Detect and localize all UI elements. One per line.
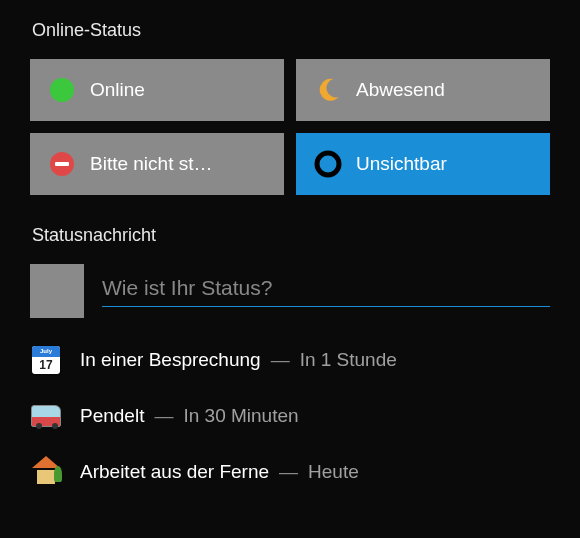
suggestion-duration: In 1 Stunde [300, 349, 397, 371]
emoji-picker-button[interactable] [30, 264, 84, 318]
dash-icon: — [271, 349, 290, 371]
status-option-label: Bitte nicht st… [90, 153, 213, 175]
status-input-row [30, 264, 550, 318]
online-status-section: Online-Status Online Abwesend Bitte nich… [30, 20, 550, 195]
status-options-grid: Online Abwesend Bitte nicht st… Unsichtb… [30, 59, 550, 195]
bus-icon [30, 400, 62, 432]
dash-icon: — [279, 461, 298, 483]
suggestion-text: Arbeitet aus der Ferne — Heute [80, 461, 359, 483]
svg-point-3 [317, 153, 339, 175]
circle-outline-icon [314, 150, 342, 178]
status-message-title: Statusnachricht [32, 225, 550, 246]
status-option-dnd[interactable]: Bitte nicht st… [30, 133, 284, 195]
status-input-wrapper [102, 276, 550, 307]
suggestion-label: In einer Besprechung [80, 349, 261, 371]
svg-point-0 [50, 78, 74, 102]
suggestion-remote[interactable]: Arbeitet aus der Ferne — Heute [30, 454, 550, 490]
suggestion-text: In einer Besprechung — In 1 Stunde [80, 349, 397, 371]
status-input[interactable] [102, 276, 550, 300]
status-message-section: Statusnachricht July17 In einer Besprech… [30, 225, 550, 490]
status-option-label: Unsichtbar [356, 153, 447, 175]
status-suggestion-list: July17 In einer Besprechung — In 1 Stund… [30, 342, 550, 490]
suggestion-duration: In 30 Minuten [183, 405, 298, 427]
dash-icon: — [154, 405, 173, 427]
online-dot-icon [48, 76, 76, 104]
suggestion-duration: Heute [308, 461, 359, 483]
status-option-online[interactable]: Online [30, 59, 284, 121]
suggestion-text: Pendelt — In 30 Minuten [80, 405, 299, 427]
online-status-title: Online-Status [32, 20, 550, 41]
suggestion-label: Arbeitet aus der Ferne [80, 461, 269, 483]
status-option-label: Online [90, 79, 145, 101]
suggestion-label: Pendelt [80, 405, 144, 427]
status-option-label: Abwesend [356, 79, 445, 101]
moon-icon [314, 76, 342, 104]
suggestion-commuting[interactable]: Pendelt — In 30 Minuten [30, 398, 550, 434]
house-icon [30, 456, 62, 488]
dnd-icon [48, 150, 76, 178]
calendar-icon: July17 [30, 344, 62, 376]
status-option-invisible[interactable]: Unsichtbar [296, 133, 550, 195]
status-option-away[interactable]: Abwesend [296, 59, 550, 121]
svg-rect-2 [55, 162, 69, 166]
suggestion-meeting[interactable]: July17 In einer Besprechung — In 1 Stund… [30, 342, 550, 378]
